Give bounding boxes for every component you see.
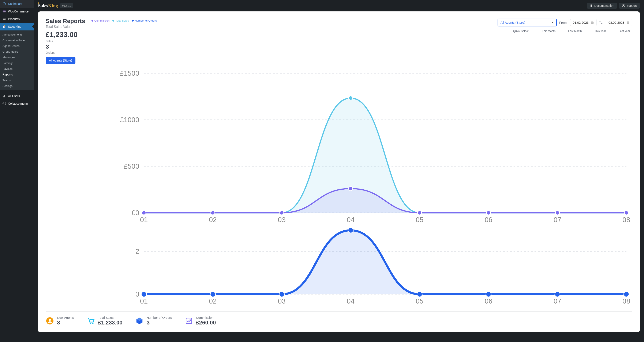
svg-text:$: $ — [4, 26, 5, 28]
submenu-payouts[interactable]: Payouts — [0, 66, 34, 72]
submenu-announcements[interactable]: Announcements — [0, 32, 34, 38]
cart-icon — [87, 317, 95, 325]
brand-logo: ♛ SalesKing — [38, 3, 58, 9]
sidebar-item-all-users[interactable]: All Users — [0, 92, 34, 100]
svg-point-50 — [486, 292, 491, 297]
svg-point-48 — [348, 228, 353, 233]
sidebar-label: Dashboard — [8, 2, 22, 6]
sidebar-item-salesking[interactable]: $ SalesKing — [0, 23, 34, 31]
svg-rect-7 — [591, 22, 593, 24]
sidebar-label: Collapse menu — [8, 102, 28, 105]
svg-text:01: 01 — [140, 216, 148, 224]
to-label: To: — [599, 21, 603, 24]
legend-commission[interactable]: Commission — [92, 19, 110, 22]
orders-chart: 020102030405060708 — [109, 224, 632, 306]
submenu-agent-groups[interactable]: Agent Groups — [0, 43, 34, 49]
sidebar-item-woocommerce[interactable]: woo WooCommerce — [0, 8, 34, 15]
topbar: ♛ SalesKing v1.5.10 Documentation Suppor… — [34, 0, 644, 12]
collapse-icon — [2, 102, 6, 106]
legend-dot-orders — [132, 20, 134, 22]
total-sales-value: £1,233.00 — [46, 31, 85, 39]
sidebar: Dashboard woo WooCommerce Products $ Sal… — [0, 0, 34, 342]
stat-commission: Commission £260.00 — [185, 316, 216, 326]
dashboard-icon — [2, 2, 6, 6]
svg-point-30 — [486, 211, 490, 215]
svg-rect-8 — [627, 22, 629, 24]
svg-text:woo: woo — [3, 11, 6, 12]
svg-rect-65 — [186, 318, 192, 324]
quick-select-row: Quick Select: This Month Last Month This… — [498, 29, 632, 33]
woocommerce-icon: woo — [2, 9, 6, 14]
svg-point-6 — [623, 5, 624, 6]
agent-select[interactable]: All Agents (Store) — [498, 19, 557, 27]
sidebar-label: Products — [8, 17, 20, 21]
salesking-icon: $ — [2, 25, 6, 29]
svg-point-63 — [90, 323, 91, 324]
sidebar-item-collapse[interactable]: Collapse menu — [0, 100, 34, 107]
svg-text:03: 03 — [278, 297, 286, 305]
report-card: Sales Reports Total Sales Value £1,233.0… — [38, 12, 640, 332]
page-subtitle: Total Sales Value — [46, 25, 85, 29]
svg-text:07: 07 — [554, 297, 562, 305]
documentation-button[interactable]: Documentation — [587, 3, 617, 9]
user-icon — [46, 317, 54, 325]
submenu-settings[interactable]: Settings — [0, 83, 34, 89]
svg-text:0: 0 — [136, 290, 139, 298]
quick-this-month[interactable]: This Month — [542, 29, 556, 33]
legend-dot-commission — [92, 20, 94, 22]
svg-point-49 — [417, 292, 422, 297]
from-date-input[interactable]: 01.02.2023 — [570, 19, 596, 26]
archive-icon — [2, 17, 6, 21]
svg-text:01: 01 — [140, 297, 148, 305]
growth-icon — [185, 317, 193, 325]
svg-text:£1500: £1500 — [120, 69, 139, 77]
sidebar-item-products[interactable]: Products — [0, 15, 34, 23]
svg-text:04: 04 — [347, 297, 354, 305]
svg-text:£1000: £1000 — [120, 116, 139, 124]
to-date-input[interactable]: 08.02.2023 — [606, 19, 632, 26]
legend-dot-totalsales — [112, 20, 114, 22]
support-icon — [622, 4, 625, 8]
sidebar-item-dashboard[interactable]: Dashboard — [0, 0, 34, 8]
submenu-group-rules[interactable]: Group Rules — [0, 49, 34, 55]
submenu-reports[interactable]: Reports — [0, 72, 34, 77]
box-icon — [135, 317, 144, 325]
svg-point-28 — [348, 187, 353, 191]
support-button[interactable]: Support — [619, 3, 640, 9]
sidebar-label: SalesKing — [8, 25, 21, 28]
quick-last-year[interactable]: Last Year — [619, 29, 630, 33]
filter-controls: All Agents (Store) From: 01.02.2023 To: … — [498, 18, 632, 27]
svg-point-20 — [348, 96, 353, 100]
quick-last-month[interactable]: Last Month — [568, 29, 582, 33]
svg-text:02: 02 — [209, 297, 217, 305]
svg-point-25 — [142, 211, 146, 215]
legend-total-sales[interactable]: Total Sales — [112, 19, 129, 22]
submenu: Announcements Commission Rules Agent Gro… — [0, 31, 34, 90]
page-title: Sales Reports — [46, 18, 85, 25]
submenu-teams[interactable]: Teams — [0, 77, 34, 83]
stat-new-agents: New Agents 3 — [46, 316, 74, 326]
agents-filter-button[interactable]: All Agents (Store) — [46, 57, 76, 64]
submenu-messages[interactable]: Messages — [0, 55, 34, 60]
svg-text:02: 02 — [209, 216, 217, 224]
calendar-icon — [626, 21, 630, 24]
svg-point-26 — [211, 211, 215, 215]
svg-text:2: 2 — [136, 247, 139, 255]
svg-point-31 — [556, 211, 560, 215]
svg-text:05: 05 — [416, 216, 424, 224]
submenu-commission-rules[interactable]: Commission Rules — [0, 38, 34, 43]
svg-text:06: 06 — [485, 216, 492, 224]
stat-total-sales: Total Sales £1,233.00 — [87, 316, 122, 326]
svg-point-64 — [92, 323, 94, 324]
sales-chart: £0£500£1000£15000102030405060708 — [109, 68, 632, 224]
user-icon — [2, 94, 6, 98]
svg-text:07: 07 — [554, 216, 562, 224]
submenu-earnings[interactable]: Earnings — [0, 60, 34, 66]
document-icon — [590, 4, 593, 8]
svg-text:08: 08 — [622, 297, 630, 305]
sales-label: Sales — [46, 40, 85, 43]
calendar-icon — [591, 21, 594, 24]
quick-this-year[interactable]: This Year — [594, 29, 606, 33]
legend-num-orders[interactable]: Number of Orders — [132, 19, 157, 22]
brand: ♛ SalesKing v1.5.10 — [38, 3, 73, 9]
